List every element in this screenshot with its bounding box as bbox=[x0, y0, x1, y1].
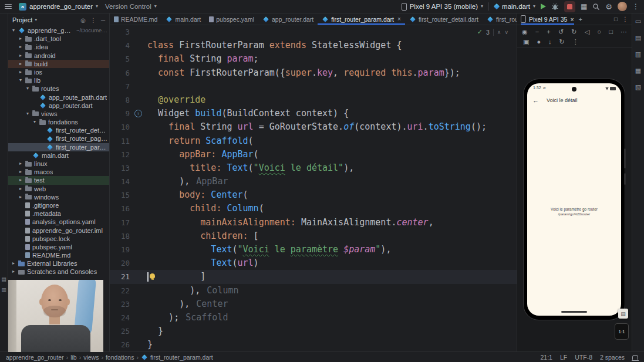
chevron-down-icon[interactable]: ▾ bbox=[35, 18, 37, 22]
hardware-input-button[interactable]: ▤ bbox=[618, 309, 628, 319]
back-arrow-icon[interactable]: ← bbox=[532, 97, 539, 104]
notifications-bell-icon[interactable] bbox=[632, 355, 638, 360]
tree-item-windows[interactable]: ▸windows bbox=[8, 193, 109, 201]
tree-item-first-router-param-dart[interactable]: first_router_param.dart bbox=[8, 143, 109, 151]
zoom-indicator[interactable]: 1:1 bbox=[615, 323, 629, 340]
code-line-22[interactable]: 22), Column bbox=[110, 284, 517, 297]
code-line-10[interactable]: 10final String url = GoRouterState.of(co… bbox=[110, 120, 517, 134]
chevron-down-icon[interactable]: ▾ bbox=[25, 110, 30, 118]
breadcrumb-views[interactable]: views bbox=[83, 354, 99, 361]
add-device-icon[interactable]: + bbox=[579, 16, 582, 23]
code-line-23[interactable]: 23), Center bbox=[110, 297, 517, 311]
code-line-21[interactable]: 21] bbox=[110, 270, 517, 283]
tree-item-web[interactable]: ▸web bbox=[8, 185, 109, 193]
stop-button[interactable] bbox=[564, 1, 575, 12]
more-options-icon[interactable]: ⋮ bbox=[622, 16, 628, 22]
tree-item-lib[interactable]: ▾lib bbox=[8, 76, 109, 84]
prev-problem-icon[interactable]: ∧ bbox=[497, 29, 501, 35]
rotate-left-icon[interactable]: ↺ bbox=[558, 28, 564, 36]
device-manager-icon[interactable]: ▤ bbox=[635, 35, 641, 41]
phone-emulator[interactable]: 1:32 ⊘ ← Voici le détail Voici le paramè… bbox=[524, 79, 625, 320]
build-tool-icon[interactable]: ▤ bbox=[1, 276, 7, 282]
code-line-3[interactable]: 3 bbox=[110, 25, 517, 39]
tree-item-build[interactable]: ▸build bbox=[8, 60, 109, 68]
code-line-15[interactable]: 15body: Center( bbox=[110, 188, 517, 202]
back-icon[interactable]: ◁ bbox=[585, 28, 589, 36]
logcat-icon[interactable]: ▥ bbox=[635, 51, 641, 57]
status-item-lf[interactable]: LF bbox=[560, 354, 567, 361]
chevron-right-icon[interactable]: ▸ bbox=[18, 160, 23, 168]
tree-item-fondations[interactable]: ▾fondations bbox=[8, 118, 109, 126]
code-line-20[interactable]: 20Text(url) bbox=[110, 256, 517, 270]
next-problem-icon[interactable]: ∨ bbox=[504, 29, 508, 35]
more-options-icon[interactable]: ⋮ bbox=[572, 38, 579, 46]
status-item-utf-8[interactable]: UTF-8 bbox=[575, 354, 592, 361]
tree-item-routes[interactable]: ▾routes bbox=[8, 84, 109, 93]
chevron-down-icon[interactable]: ▾ bbox=[25, 84, 30, 93]
chevron-right-icon[interactable]: ▸ bbox=[18, 52, 23, 60]
code-line-25[interactable]: 25} bbox=[110, 324, 517, 338]
chevron-down-icon[interactable]: ▾ bbox=[32, 118, 37, 126]
tab-main-dart[interactable]: main.dart bbox=[161, 13, 205, 25]
more-menu-icon[interactable]: ⋮ bbox=[632, 3, 639, 10]
locate-file-icon[interactable]: ◎ bbox=[80, 17, 86, 23]
tree-item-apprendre-go-router-iml[interactable]: apprendre_go_router.iml bbox=[8, 226, 109, 235]
settings-gear-icon[interactable]: ⚙ bbox=[605, 3, 612, 11]
tree-item-android[interactable]: ▸android bbox=[8, 52, 109, 60]
code-line-8[interactable]: 8@override bbox=[110, 93, 517, 107]
tab-first-router-page-dart[interactable]: first_router_page.dart bbox=[483, 13, 517, 25]
more-icon[interactable]: ⋯ bbox=[621, 28, 627, 36]
tab-readme-md[interactable]: README.md bbox=[110, 13, 161, 25]
code-line-17[interactable]: 17mainAxisAlignment: MainAxisAlignment.c… bbox=[110, 216, 517, 229]
tree-item-first-router-page-dart[interactable]: first_router_page.dart bbox=[8, 134, 109, 143]
hide-panel-icon[interactable]: ─ bbox=[101, 17, 105, 23]
tab-pubspec-yaml[interactable]: pubspec.yaml bbox=[205, 13, 258, 25]
code-line-6[interactable]: 6const FirstRouterParam({super.key, requ… bbox=[110, 66, 517, 80]
search-icon[interactable] bbox=[592, 3, 600, 11]
rotate-right-icon[interactable]: ↻ bbox=[571, 28, 576, 36]
code-area[interactable]: 34class FirstRouterParam extends Statele… bbox=[110, 25, 517, 351]
code-line-13[interactable]: 13title: Text("Voici le détail"), bbox=[110, 161, 517, 175]
tab-app-router-dart[interactable]: app_router.dart bbox=[258, 13, 318, 25]
volume-down-icon[interactable]: − bbox=[535, 28, 539, 36]
chevron-right-icon[interactable]: ▸ bbox=[11, 259, 16, 268]
code-line-12[interactable]: 12appBar: AppBar( bbox=[110, 148, 517, 161]
tree-item-idea[interactable]: ▸.idea bbox=[8, 43, 109, 51]
override-gutter-icon[interactable]: ↑ bbox=[134, 110, 142, 117]
tab-first-router-param-dart[interactable]: first_router_param.dart× bbox=[318, 13, 405, 25]
vcs-selector[interactable]: Version Control ▾ bbox=[105, 3, 157, 10]
status-item-2-spaces[interactable]: 2 spaces bbox=[600, 354, 625, 361]
phone-screen[interactable]: 1:32 ⊘ ← Voici le détail Voici le paramè… bbox=[527, 83, 621, 316]
tab-first-router-detail-dart[interactable]: first_router_detail.dart bbox=[405, 13, 483, 25]
breadcrumb-first-router-param-dart[interactable]: first_router_param.dart bbox=[150, 354, 213, 361]
project-selector[interactable]: a apprendre_go_router ▾ bbox=[19, 3, 98, 11]
maximize-icon[interactable]: □ bbox=[614, 16, 618, 22]
inspections-widget[interactable]: ✓ 3 ∧ ∨ bbox=[477, 28, 508, 36]
code-line-9[interactable]: 9↑Widget build(BuildContext context) { bbox=[110, 107, 517, 120]
tree-item-ios[interactable]: ▸ios bbox=[8, 68, 109, 76]
chevron-right-icon[interactable]: ▸ bbox=[18, 185, 23, 193]
breadcrumb-lib[interactable]: lib bbox=[70, 354, 77, 361]
tree-item-app-router-dart[interactable]: app_router.dart bbox=[8, 102, 109, 110]
tree-item-test[interactable]: ▸test bbox=[8, 176, 109, 184]
project-panel-title[interactable]: Project bbox=[12, 16, 32, 23]
chevron-right-icon[interactable]: ▸ bbox=[18, 168, 23, 176]
chevron-right-icon[interactable]: ▸ bbox=[11, 268, 16, 276]
chevron-right-icon[interactable]: ▸ bbox=[18, 43, 23, 51]
tree-item-analysis-options-yaml[interactable]: analysis_options.yaml bbox=[8, 218, 109, 226]
build-variants-icon[interactable]: ▧ bbox=[635, 84, 641, 90]
code-line-16[interactable]: 16child: Column( bbox=[110, 202, 517, 215]
running-devices-icon[interactable]: ▭ bbox=[635, 18, 641, 25]
tree-item-views[interactable]: ▾views bbox=[8, 110, 109, 118]
breadcrumb-fondations[interactable]: fondations bbox=[106, 354, 134, 361]
code-line-18[interactable]: 18children: [ bbox=[110, 229, 517, 243]
chevron-right-icon[interactable]: ▸ bbox=[18, 60, 23, 68]
chevron-right-icon[interactable]: ▸ bbox=[18, 193, 23, 201]
status-item-21-1[interactable]: 21:1 bbox=[541, 354, 552, 361]
code-line-24[interactable]: 24); Scaffold bbox=[110, 311, 517, 324]
code-line-19[interactable]: 19Text("Voici le paramètre $param"), bbox=[110, 243, 517, 256]
chevron-right-icon[interactable]: ▸ bbox=[18, 176, 23, 184]
run-button[interactable] bbox=[541, 4, 546, 9]
chevron-right-icon[interactable]: ▸ bbox=[18, 35, 23, 43]
close-icon[interactable]: × bbox=[570, 16, 574, 23]
